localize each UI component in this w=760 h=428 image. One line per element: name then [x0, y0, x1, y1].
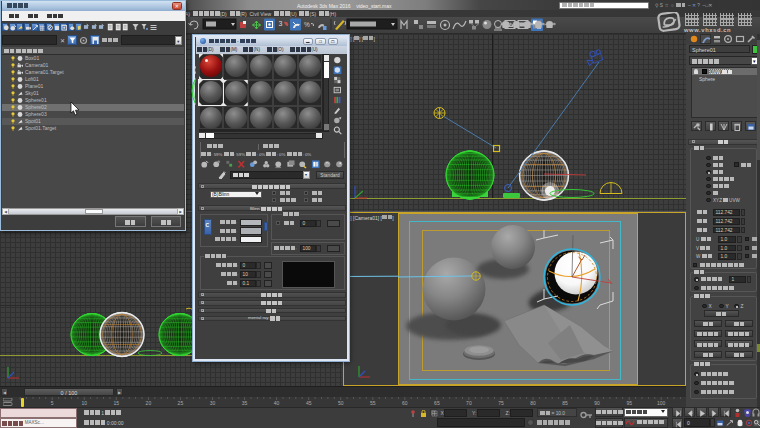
svg-text:10: 10: [82, 400, 88, 406]
svg-text:95: 95: [626, 400, 632, 406]
svg-text:3: 3: [279, 20, 283, 27]
svg-text:20: 20: [146, 400, 152, 406]
svg-text:85: 85: [562, 400, 568, 406]
svg-text:15: 15: [114, 400, 120, 406]
svg-text:5: 5: [51, 400, 54, 406]
svg-text:30: 30: [210, 400, 216, 406]
svg-text:100: 100: [657, 400, 666, 406]
svg-text:80: 80: [530, 400, 536, 406]
svg-text:45: 45: [306, 400, 312, 406]
svg-text:55: 55: [370, 400, 376, 406]
svg-text:35: 35: [242, 400, 248, 406]
svg-text:50: 50: [338, 400, 344, 406]
svg-text:25: 25: [178, 400, 184, 406]
svg-text:75: 75: [498, 400, 504, 406]
svg-text:40: 40: [274, 400, 280, 406]
svg-text:90: 90: [594, 400, 600, 406]
svg-text:%: %: [304, 21, 310, 28]
svg-text:60: 60: [402, 400, 408, 406]
svg-text:65: 65: [434, 400, 440, 406]
svg-text:70: 70: [466, 400, 472, 406]
